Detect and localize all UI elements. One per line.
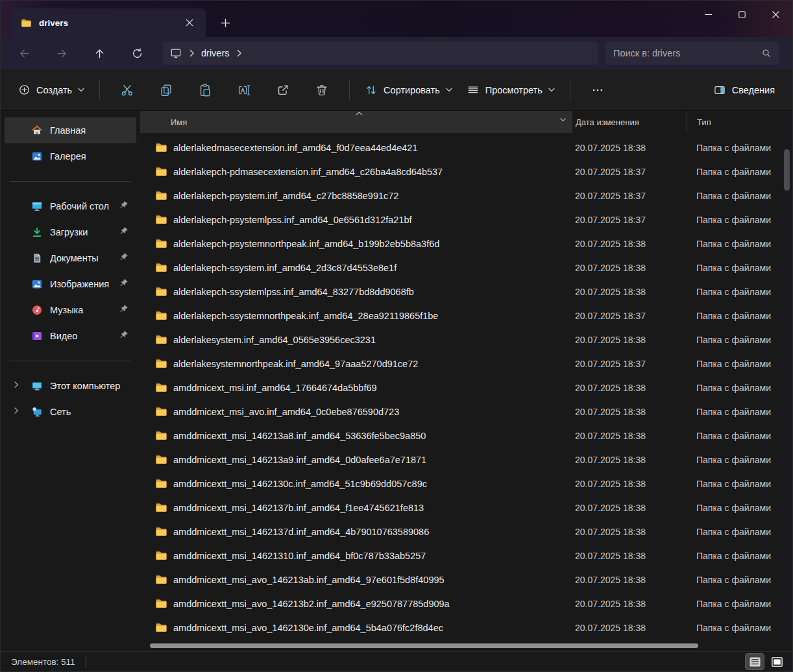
details-pane-button[interactable]: Сведения: [706, 77, 782, 103]
close-button[interactable]: [759, 1, 792, 28]
file-name-cell[interactable]: amddmicextt_msi_14621310.inf_amd64_bf0c7…: [140, 549, 572, 562]
table-row[interactable]: alderlakesystem.inf_amd64_0565e3956cec32…: [140, 328, 792, 352]
expand-chevron-icon[interactable]: [12, 381, 20, 389]
file-name-cell[interactable]: amddmicextt_msi_1462137d.inf_amd64_4b790…: [140, 525, 572, 538]
file-name-cell[interactable]: amddmicextt_msi_146213a8.inf_amd64_53636…: [140, 429, 572, 442]
horizontal-scrollbar[interactable]: [140, 641, 792, 651]
table-row[interactable]: amddmicextt_msi_1462137d.inf_amd64_4b790…: [140, 520, 792, 544]
column-header-date[interactable]: Дата изменения: [572, 111, 687, 133]
table-row[interactable]: alderlakepch-psystemlpss.inf_amd64_0e656…: [140, 208, 792, 232]
sidebar-item-network[interactable]: Сеть: [5, 399, 136, 425]
file-name-cell[interactable]: amddmicext_msi.inf_amd64_17664674da5bbf6…: [140, 381, 572, 394]
table-row[interactable]: amddmicextt_msi_14621310.inf_amd64_bf0c7…: [140, 544, 792, 568]
table-row[interactable]: amddmicextt_msi_1462137b.inf_amd64_f1ee4…: [140, 496, 792, 520]
refresh-button[interactable]: [124, 42, 150, 65]
sidebar-item-home[interactable]: Главная: [5, 117, 136, 143]
delete-button[interactable]: [306, 77, 337, 103]
table-row[interactable]: amddmicextt_msi_avo_146213ab.inf_amd64_9…: [140, 568, 792, 592]
table-row[interactable]: amddmicextt_msi_146213a9.inf_amd64_0d0af…: [140, 448, 792, 472]
file-name: alderlakesystem.inf_amd64_0565e3956cec32…: [173, 335, 376, 345]
minimize-button[interactable]: [691, 1, 725, 28]
table-row[interactable]: alderlakepch-pdmasecextension.inf_amd64_…: [140, 160, 792, 184]
table-row[interactable]: amddmicextt_msi_avo_1462130e.inf_amd64_5…: [140, 616, 792, 640]
breadcrumb-chevron-icon[interactable]: [236, 49, 242, 57]
items-count: Элементов: 511: [11, 657, 75, 667]
address-bar[interactable]: drivers: [163, 42, 598, 65]
table-row[interactable]: alderlakepch-psystemnorthpeak.inf_amd64_…: [140, 232, 792, 256]
table-row[interactable]: amddmicextt_msi_avo_146213b2.inf_amd64_e…: [140, 592, 792, 616]
file-name-cell[interactable]: alderlakepch-psystemlpss.inf_amd64_0e656…: [140, 213, 572, 226]
this-pc-icon[interactable]: [169, 47, 182, 60]
cut-button[interactable]: [112, 77, 143, 103]
rename-button[interactable]: [228, 77, 260, 103]
sidebar-item-gallery[interactable]: Галерея: [5, 143, 136, 169]
file-name-cell[interactable]: alderlakepch-psystem.inf_amd64_c27bc8858…: [140, 189, 572, 202]
file-date: 20.07.2025 18:38: [572, 383, 687, 393]
file-name-cell[interactable]: amddmicextt_msi_avo_146213ab.inf_amd64_9…: [140, 573, 572, 586]
thumbnails-view-button[interactable]: [768, 654, 786, 669]
title-bar: drivers: [1, 1, 792, 37]
table-row[interactable]: alderlakedmasecextension.inf_amd64_f0d7e…: [140, 136, 792, 160]
sidebar-item-downloads[interactable]: Загрузки: [5, 219, 136, 245]
sidebar-item-pictures[interactable]: Изображения: [5, 271, 136, 297]
table-row[interactable]: alderlakepch-ssystemlpss.inf_amd64_83277…: [140, 280, 792, 304]
sidebar-item-desktop[interactable]: Рабочий стол: [5, 193, 136, 219]
file-name-cell[interactable]: alderlakepch-ssystemlpss.inf_amd64_83277…: [140, 285, 572, 298]
paste-button[interactable]: [189, 77, 221, 103]
more-options-button[interactable]: [582, 77, 613, 103]
file-name-cell[interactable]: amddmicext_msi_avo.inf_amd64_0c0ebe87659…: [140, 405, 572, 418]
tab-close-icon[interactable]: [181, 14, 198, 31]
file-date: 20.07.2025 18:38: [572, 527, 687, 537]
file-name-cell[interactable]: alderlakepch-ssystemnorthpeak.inf_amd64_…: [140, 309, 572, 322]
file-name: alderlakepch-ssystemlpss.inf_amd64_83277…: [173, 287, 414, 297]
table-row[interactable]: alderlakepch-psystem.inf_amd64_c27bc8858…: [140, 184, 792, 208]
vertical-scrollbar-thumb[interactable]: [784, 149, 790, 191]
file-date: 20.07.2025 18:38: [572, 239, 687, 249]
tab-drivers[interactable]: drivers: [11, 8, 206, 37]
search-icon[interactable]: [761, 48, 772, 58]
column-headers: Имя Дата изменения Тип: [140, 111, 792, 133]
sidebar-item-music[interactable]: Музыка: [5, 297, 136, 323]
search-input[interactable]: Поиск в: drivers: [605, 42, 779, 65]
back-button[interactable]: [11, 42, 37, 65]
file-name-cell[interactable]: amddmicextt_msi_1462137b.inf_amd64_f1ee4…: [140, 501, 572, 514]
table-row[interactable]: amddmicextt_msi_1462130c.inf_amd64_51c9b…: [140, 472, 792, 496]
horizontal-scrollbar-thumb[interactable]: [150, 643, 698, 648]
table-row[interactable]: amddmicext_msi_avo.inf_amd64_0c0ebe87659…: [140, 400, 792, 424]
breadcrumb-segment[interactable]: drivers: [201, 48, 230, 58]
table-row[interactable]: alderlakepch-ssystemnorthpeak.inf_amd64_…: [140, 304, 792, 328]
sort-button[interactable]: Сортировать: [358, 77, 459, 103]
file-name-cell[interactable]: alderlakesystemnorthpeak.inf_amd64_97aaa…: [140, 357, 572, 370]
expand-chevron-icon[interactable]: [12, 407, 20, 414]
file-name-cell[interactable]: amddmicextt_msi_1462130c.inf_amd64_51c9b…: [140, 477, 572, 490]
up-button[interactable]: [86, 42, 112, 65]
file-name-cell[interactable]: alderlakepch-psystemnorthpeak.inf_amd64_…: [140, 237, 572, 250]
create-button[interactable]: Создать: [11, 77, 92, 103]
folder-icon: [155, 189, 167, 202]
table-row[interactable]: amddmicext_msi.inf_amd64_17664674da5bbf6…: [140, 376, 792, 400]
sidebar-item-computer[interactable]: Этот компьютер: [5, 373, 136, 399]
file-name-cell[interactable]: alderlakedmasecextension.inf_amd64_f0d7e…: [140, 141, 572, 154]
new-tab-button[interactable]: [215, 12, 236, 33]
file-name-cell[interactable]: alderlakesystem.inf_amd64_0565e3956cec32…: [140, 333, 572, 346]
view-button[interactable]: Просмотреть: [459, 77, 562, 103]
sidebar-item-video[interactable]: Видео: [5, 323, 136, 349]
file-name-cell[interactable]: amddmicextt_msi_146213a9.inf_amd64_0d0af…: [140, 453, 572, 466]
file-name-cell[interactable]: amddmicextt_msi_avo_1462130e.inf_amd64_5…: [140, 621, 572, 634]
details-view-button[interactable]: [746, 654, 764, 669]
pin-icon: [119, 330, 128, 340]
table-row[interactable]: alderlakepch-ssystem.inf_amd64_2d3c87d45…: [140, 256, 792, 280]
column-header-name[interactable]: Имя: [140, 111, 572, 133]
column-header-type[interactable]: Тип: [687, 111, 792, 133]
file-name-cell[interactable]: alderlakepch-pdmasecextension.inf_amd64_…: [140, 165, 572, 178]
sidebar-item-documents[interactable]: Документы: [5, 245, 136, 271]
file-name-cell[interactable]: amddmicextt_msi_avo_146213b2.inf_amd64_e…: [140, 597, 572, 610]
maximize-button[interactable]: [725, 1, 759, 28]
share-button[interactable]: [267, 77, 299, 103]
table-row[interactable]: alderlakesystemnorthpeak.inf_amd64_97aaa…: [140, 352, 792, 376]
table-row[interactable]: amddmicextt_msi_146213a8.inf_amd64_53636…: [140, 424, 792, 448]
breadcrumb-chevron-icon[interactable]: [189, 49, 195, 57]
copy-button[interactable]: [151, 77, 182, 103]
file-name-cell[interactable]: alderlakepch-ssystem.inf_amd64_2d3c87d45…: [140, 261, 572, 274]
forward-button[interactable]: [49, 42, 75, 65]
